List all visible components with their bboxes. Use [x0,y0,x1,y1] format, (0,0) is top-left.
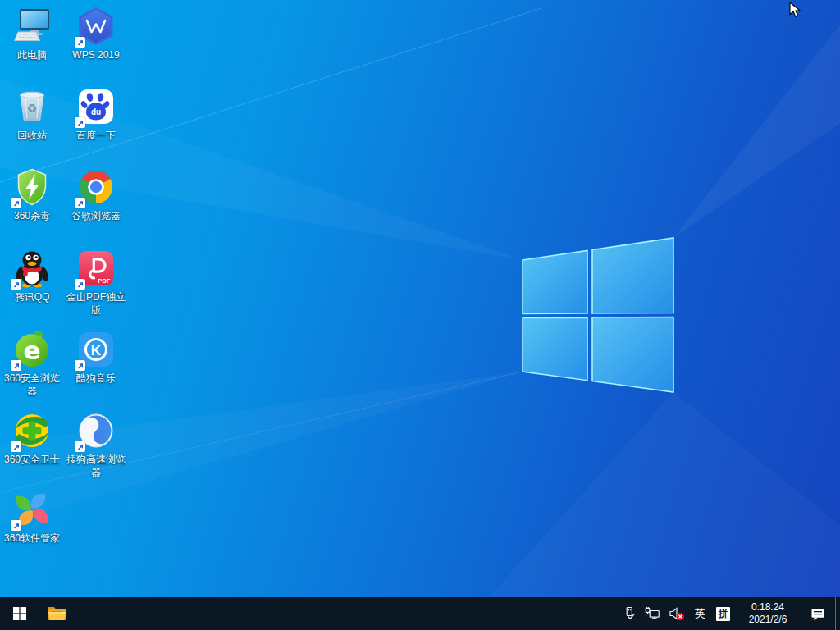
action-center-button[interactable] [801,597,835,630]
desktop-icon-sogou-browser[interactable]: 搜狗高速浏览器 [64,411,128,479]
desktop[interactable]: 此电脑 WPS 2019 ♻ [0,0,840,630]
svg-text:K: K [91,343,102,358]
shortcut-arrow-icon [75,198,85,208]
kugou-icon: K [76,330,116,369]
shortcut-arrow-icon [11,520,21,531]
desktop-icon-label: 360杀毒 [14,209,50,222]
shortcut-arrow-icon [11,441,21,452]
desktop-icon-label: 回收站 [17,129,47,142]
desktop-icon-wps-2019[interactable]: WPS 2019 [64,7,128,62]
desktop-icon-label: 360软件管家 [4,532,60,545]
qq-penguin-icon [12,249,52,288]
desktop-icon-label: 谷歌浏览器 [71,209,121,222]
360-software-manager-icon [12,490,52,529]
kingsoft-pdf-icon: PDF [76,249,116,288]
wps-icon [76,7,116,46]
desktop-icon-baidu-search[interactable]: du 百度一下 [64,87,128,142]
shortcut-arrow-icon [75,441,85,452]
file-explorer-button[interactable] [39,597,75,630]
file-explorer-icon [48,605,67,623]
desktop-icon-360-safeguard[interactable]: 360安全卫士 [0,411,64,466]
desktop-icon-kingsoft-pdf[interactable]: PDF 金山PDF独立版 [64,249,128,317]
show-desktop-button[interactable] [835,597,840,630]
windows-start-icon [13,607,26,620]
360-antivirus-shield-icon [12,167,52,207]
desktop-icon-tencent-qq[interactable]: 腾讯QQ [0,249,64,304]
desktop-icon-label: 搜狗高速浏览器 [64,453,128,479]
desktop-icon-label: 酷狗音乐 [76,372,116,385]
svg-text:du: du [91,107,101,116]
360-safeguard-icon [12,411,52,450]
desktop-icon-label: 金山PDF独立版 [64,290,128,317]
usb-safely-remove-icon[interactable] [618,597,641,630]
shortcut-arrow-icon [75,360,85,371]
volume-muted-icon[interactable] [664,597,689,630]
sogou-icon [76,411,116,450]
svg-text:PDF: PDF [98,277,111,285]
recycle-bin-icon: ♻ [12,87,52,126]
start-button[interactable] [0,597,39,630]
desktop-icon-label: 360安全浏览器 [0,372,64,398]
desktop-icon-360-secure-browser[interactable]: e 360安全浏览器 [0,330,64,398]
clock-date: 2021/2/6 [735,614,801,626]
shortcut-arrow-icon [75,279,85,290]
svg-text:♻: ♻ [27,102,38,115]
action-center-icon [810,606,825,621]
desktop-icon-kugou-music[interactable]: K 酷狗音乐 [64,330,128,385]
shortcut-arrow-icon [11,279,21,290]
desktop-icon-this-pc[interactable]: 此电脑 [0,7,64,62]
ime-mode-label: 拼 [719,608,728,620]
shortcut-arrow-icon [11,360,21,371]
desktop-icon-label: 360安全卫士 [4,453,60,466]
shortcut-arrow-icon [11,198,21,208]
desktop-icon-360-antivirus[interactable]: 360杀毒 [0,167,64,222]
this-pc-icon [12,7,52,46]
desktop-icon-label: 百度一下 [76,129,116,142]
clock-time: 0:18:24 [735,601,801,614]
shortcut-arrow-icon [75,37,85,48]
desktop-icon-google-chrome[interactable]: 谷歌浏览器 [64,167,128,222]
shortcut-arrow-icon [75,117,85,128]
desktop-icon-label: 腾讯QQ [15,290,50,304]
desktop-icon-label: WPS 2019 [72,48,119,62]
baidu-icon: du [76,87,116,126]
system-tray: 英 拼 0:18:24 2021/2/6 [618,597,840,630]
desktop-icon-recycle-bin[interactable]: ♻ 回收站 [0,87,64,142]
ime-language-indicator[interactable]: 英 [689,597,711,630]
chrome-icon [76,167,116,207]
desktop-icon-360-software-manager[interactable]: 360软件管家 [0,490,64,545]
svg-text:e: e [23,336,40,365]
mouse-cursor [789,2,804,18]
ime-mode-indicator[interactable]: 拼 [716,607,730,621]
desktop-icon-label: 此电脑 [17,48,47,62]
network-ethernet-icon[interactable] [641,597,664,630]
taskbar-clock[interactable]: 0:18:24 2021/2/6 [735,597,801,630]
taskbar: 英 拼 0:18:24 2021/2/6 [0,597,840,630]
360-browser-icon: e [12,330,52,369]
